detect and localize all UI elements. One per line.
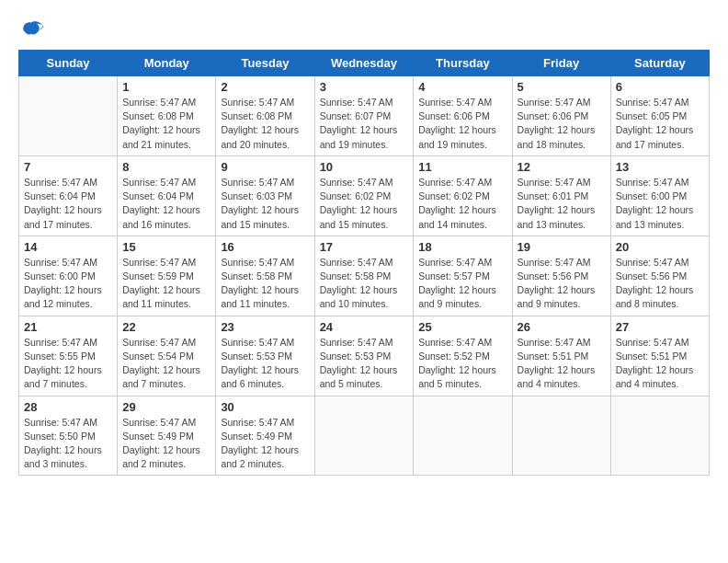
calendar-cell: 20Sunrise: 5:47 AMSunset: 5:56 PMDayligh…	[610, 236, 709, 316]
cell-info-text: Sunrise: 5:47 AMSunset: 5:58 PMDaylight:…	[320, 256, 409, 312]
cell-info-text: Sunrise: 5:47 AMSunset: 6:07 PMDaylight:…	[320, 96, 409, 152]
day-header-thursday: Thursday	[414, 51, 512, 76]
cell-info-text: Sunrise: 5:47 AMSunset: 5:59 PMDaylight:…	[122, 256, 210, 312]
day-number: 20	[616, 240, 704, 254]
day-header-saturday: Saturday	[610, 51, 709, 76]
cell-info-text: Sunrise: 5:47 AMSunset: 6:08 PMDaylight:…	[221, 96, 309, 152]
cell-info-text: Sunrise: 5:47 AMSunset: 5:51 PMDaylight:…	[616, 336, 704, 392]
cell-info-text: Sunrise: 5:47 AMSunset: 5:57 PMDaylight:…	[418, 256, 506, 312]
day-number: 30	[221, 400, 309, 414]
logo-bird-icon	[18, 18, 44, 44]
day-number: 8	[122, 160, 210, 174]
day-number: 23	[221, 320, 309, 334]
calendar-cell: 2Sunrise: 5:47 AMSunset: 6:08 PMDaylight…	[216, 76, 314, 156]
day-number: 5	[518, 80, 606, 94]
calendar-cell: 29Sunrise: 5:47 AMSunset: 5:49 PMDayligh…	[118, 396, 216, 476]
cell-info-text: Sunrise: 5:47 AMSunset: 5:58 PMDaylight:…	[221, 256, 309, 312]
header	[18, 18, 710, 44]
calendar-cell	[19, 76, 118, 156]
header-row: SundayMondayTuesdayWednesdayThursdayFrid…	[19, 51, 710, 76]
cell-info-text: Sunrise: 5:47 AMSunset: 5:50 PMDaylight:…	[24, 416, 112, 472]
cell-info-text: Sunrise: 5:47 AMSunset: 6:03 PMDaylight:…	[221, 176, 309, 232]
day-number: 22	[122, 320, 210, 334]
calendar-cell: 14Sunrise: 5:47 AMSunset: 6:00 PMDayligh…	[19, 236, 118, 316]
day-number: 19	[518, 240, 606, 254]
cell-info-text: Sunrise: 5:47 AMSunset: 5:49 PMDaylight:…	[122, 416, 210, 472]
calendar-cell: 28Sunrise: 5:47 AMSunset: 5:50 PMDayligh…	[19, 396, 118, 476]
day-number: 3	[320, 80, 409, 94]
day-header-friday: Friday	[512, 51, 610, 76]
day-header-tuesday: Tuesday	[216, 51, 314, 76]
calendar-cell: 10Sunrise: 5:47 AMSunset: 6:02 PMDayligh…	[314, 155, 414, 236]
day-number: 2	[221, 80, 309, 94]
day-number: 10	[320, 160, 409, 174]
week-row-3: 14Sunrise: 5:47 AMSunset: 6:00 PMDayligh…	[19, 236, 710, 316]
cell-info-text: Sunrise: 5:47 AMSunset: 5:49 PMDaylight:…	[221, 416, 309, 472]
calendar-cell: 15Sunrise: 5:47 AMSunset: 5:59 PMDayligh…	[118, 236, 216, 316]
day-number: 25	[418, 320, 506, 334]
cell-info-text: Sunrise: 5:47 AMSunset: 6:01 PMDaylight:…	[518, 176, 606, 232]
day-number: 17	[320, 240, 409, 254]
day-number: 9	[221, 160, 309, 174]
calendar-cell: 30Sunrise: 5:47 AMSunset: 5:49 PMDayligh…	[216, 396, 314, 476]
calendar-cell: 11Sunrise: 5:47 AMSunset: 6:02 PMDayligh…	[414, 155, 512, 236]
day-number: 27	[616, 320, 704, 334]
calendar-cell: 27Sunrise: 5:47 AMSunset: 5:51 PMDayligh…	[610, 316, 709, 396]
cell-info-text: Sunrise: 5:47 AMSunset: 5:51 PMDaylight:…	[518, 336, 606, 392]
cell-info-text: Sunrise: 5:47 AMSunset: 6:02 PMDaylight:…	[320, 176, 409, 232]
logo	[18, 18, 48, 44]
day-number: 11	[418, 160, 506, 174]
cell-info-text: Sunrise: 5:47 AMSunset: 6:08 PMDaylight:…	[122, 96, 210, 152]
calendar-cell: 22Sunrise: 5:47 AMSunset: 5:54 PMDayligh…	[118, 316, 216, 396]
week-row-1: 1Sunrise: 5:47 AMSunset: 6:08 PMDaylight…	[19, 76, 710, 156]
calendar-cell: 16Sunrise: 5:47 AMSunset: 5:58 PMDayligh…	[216, 236, 314, 316]
day-number: 24	[320, 320, 409, 334]
day-number: 16	[221, 240, 309, 254]
cell-info-text: Sunrise: 5:47 AMSunset: 6:06 PMDaylight:…	[518, 96, 606, 152]
calendar-cell: 17Sunrise: 5:47 AMSunset: 5:58 PMDayligh…	[314, 236, 414, 316]
day-number: 12	[518, 160, 606, 174]
calendar-cell: 25Sunrise: 5:47 AMSunset: 5:52 PMDayligh…	[414, 316, 512, 396]
cell-info-text: Sunrise: 5:47 AMSunset: 6:00 PMDaylight:…	[24, 256, 112, 312]
calendar-cell: 7Sunrise: 5:47 AMSunset: 6:04 PMDaylight…	[19, 155, 118, 236]
calendar-cell: 23Sunrise: 5:47 AMSunset: 5:53 PMDayligh…	[216, 316, 314, 396]
calendar-cell: 26Sunrise: 5:47 AMSunset: 5:51 PMDayligh…	[512, 316, 610, 396]
calendar-cell	[314, 396, 414, 476]
day-number: 4	[418, 80, 506, 94]
cell-info-text: Sunrise: 5:47 AMSunset: 6:04 PMDaylight:…	[122, 176, 210, 232]
day-number: 28	[24, 400, 112, 414]
week-row-4: 21Sunrise: 5:47 AMSunset: 5:55 PMDayligh…	[19, 316, 710, 396]
calendar-cell	[512, 396, 610, 476]
day-number: 21	[24, 320, 112, 334]
cell-info-text: Sunrise: 5:47 AMSunset: 5:56 PMDaylight:…	[616, 256, 704, 312]
calendar-cell	[610, 396, 709, 476]
calendar-cell: 5Sunrise: 5:47 AMSunset: 6:06 PMDaylight…	[512, 76, 610, 156]
day-number: 7	[24, 160, 112, 174]
cell-info-text: Sunrise: 5:47 AMSunset: 5:56 PMDaylight:…	[518, 256, 606, 312]
calendar-cell: 21Sunrise: 5:47 AMSunset: 5:55 PMDayligh…	[19, 316, 118, 396]
calendar-cell: 24Sunrise: 5:47 AMSunset: 5:53 PMDayligh…	[314, 316, 414, 396]
calendar-table: SundayMondayTuesdayWednesdayThursdayFrid…	[18, 50, 710, 476]
calendar-cell: 4Sunrise: 5:47 AMSunset: 6:06 PMDaylight…	[414, 76, 512, 156]
cell-info-text: Sunrise: 5:47 AMSunset: 6:00 PMDaylight:…	[616, 176, 704, 232]
day-header-monday: Monday	[118, 51, 216, 76]
cell-info-text: Sunrise: 5:47 AMSunset: 5:53 PMDaylight:…	[221, 336, 309, 392]
day-number: 14	[24, 240, 112, 254]
calendar-cell: 19Sunrise: 5:47 AMSunset: 5:56 PMDayligh…	[512, 236, 610, 316]
day-number: 26	[518, 320, 606, 334]
day-header-wednesday: Wednesday	[314, 51, 414, 76]
day-number: 29	[122, 400, 210, 414]
calendar-cell: 13Sunrise: 5:47 AMSunset: 6:00 PMDayligh…	[610, 155, 709, 236]
week-row-5: 28Sunrise: 5:47 AMSunset: 5:50 PMDayligh…	[19, 396, 710, 476]
cell-info-text: Sunrise: 5:47 AMSunset: 6:04 PMDaylight:…	[24, 176, 112, 232]
calendar-cell: 3Sunrise: 5:47 AMSunset: 6:07 PMDaylight…	[314, 76, 414, 156]
calendar-cell	[414, 396, 512, 476]
calendar-cell: 1Sunrise: 5:47 AMSunset: 6:08 PMDaylight…	[118, 76, 216, 156]
calendar-cell: 12Sunrise: 5:47 AMSunset: 6:01 PMDayligh…	[512, 155, 610, 236]
cell-info-text: Sunrise: 5:47 AMSunset: 6:05 PMDaylight:…	[616, 96, 704, 152]
calendar-cell: 9Sunrise: 5:47 AMSunset: 6:03 PMDaylight…	[216, 155, 314, 236]
day-number: 18	[418, 240, 506, 254]
day-number: 6	[616, 80, 704, 94]
cell-info-text: Sunrise: 5:47 AMSunset: 6:06 PMDaylight:…	[418, 96, 506, 152]
cell-info-text: Sunrise: 5:47 AMSunset: 5:53 PMDaylight:…	[320, 336, 409, 392]
